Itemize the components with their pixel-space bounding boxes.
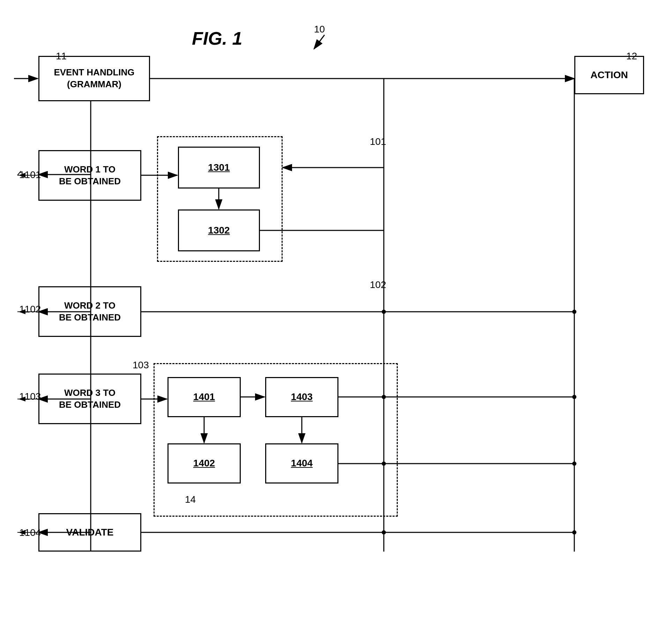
box-1403: 1403 bbox=[265, 377, 338, 417]
ref-102: 102 bbox=[370, 279, 386, 290]
box-1402: 1402 bbox=[167, 443, 241, 484]
box-1404: 1404 bbox=[265, 443, 338, 484]
ref-1103: 1103 bbox=[19, 391, 41, 402]
validate-box: VALIDATE bbox=[38, 513, 141, 552]
svg-point-31 bbox=[382, 530, 386, 534]
ref-101: 101 bbox=[370, 136, 386, 147]
svg-line-36 bbox=[314, 35, 324, 49]
ref-1102: 1102 bbox=[19, 304, 41, 315]
svg-point-33 bbox=[572, 395, 576, 399]
box-1302: 1302 bbox=[178, 209, 260, 251]
fig-title: FIG. 1 bbox=[192, 28, 242, 49]
ref-10: 10 bbox=[314, 24, 325, 35]
ref-14: 14 bbox=[185, 494, 196, 505]
word2-box: WORD 2 TO BE OBTAINED bbox=[38, 286, 141, 337]
svg-point-28 bbox=[382, 310, 386, 314]
box-1301: 1301 bbox=[178, 147, 260, 189]
ref-11: 11 bbox=[56, 51, 67, 62]
event-handling-box: EVENT HANDLING (GRAMMAR) bbox=[38, 56, 150, 101]
ref-12: 12 bbox=[626, 51, 637, 62]
ref-1104: 1104 bbox=[19, 527, 41, 538]
svg-point-35 bbox=[572, 530, 576, 534]
ref-1101: 1101 bbox=[19, 169, 41, 180]
box-1401: 1401 bbox=[167, 377, 241, 417]
ref-103: 103 bbox=[133, 360, 149, 371]
svg-point-32 bbox=[572, 310, 576, 314]
svg-point-34 bbox=[572, 462, 576, 466]
word3-box: WORD 3 TO BE OBTAINED bbox=[38, 374, 141, 424]
word1-box: WORD 1 TO BE OBTAINED bbox=[38, 150, 141, 201]
